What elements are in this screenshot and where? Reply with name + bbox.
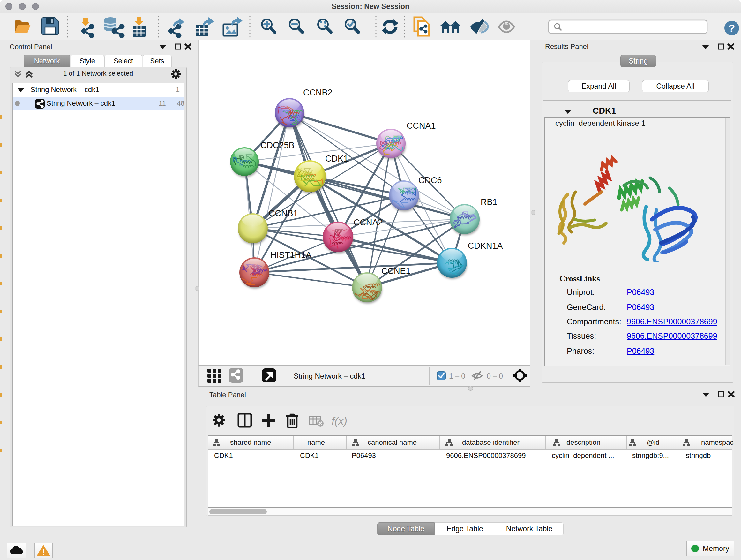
svg-text:CDC25B: CDC25B: [260, 140, 294, 150]
svg-text:1 – 0: 1 – 0: [449, 372, 465, 380]
svg-text:RB1: RB1: [481, 197, 497, 207]
svg-text:CCNB2: CCNB2: [303, 88, 333, 98]
svg-text:f(x): f(x): [332, 415, 347, 427]
svg-text:CCNE1: CCNE1: [381, 266, 411, 276]
svg-text:CCNB1: CCNB1: [269, 208, 298, 218]
svg-text:0 – 0: 0 – 0: [487, 372, 503, 380]
svg-text:HIST1H1A: HIST1H1A: [270, 250, 312, 260]
svg-text:CCNA1: CCNA1: [407, 121, 436, 131]
svg-text:String Network – cdk1: String Network – cdk1: [293, 372, 365, 380]
svg-text:CCNA2: CCNA2: [354, 218, 383, 227]
svg-text:CDK1: CDK1: [325, 154, 348, 164]
svg-text:?: ?: [729, 22, 735, 34]
svg-text:CDKN1A: CDKN1A: [468, 241, 503, 251]
svg-text:CDC6: CDC6: [418, 176, 442, 185]
